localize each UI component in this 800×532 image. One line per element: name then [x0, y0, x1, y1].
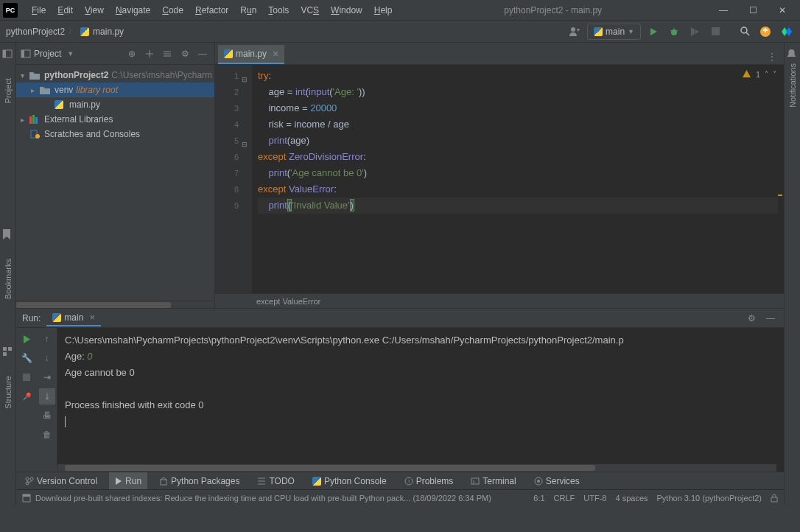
- up-trace-icon[interactable]: ↑: [39, 331, 55, 347]
- tabs-more-icon[interactable]: ⋮: [765, 49, 779, 64]
- structure-stripe-label[interactable]: Structure: [4, 373, 13, 412]
- menu-navigate[interactable]: Navigate: [110, 3, 155, 18]
- minimize-button[interactable]: —: [709, 0, 738, 21]
- python-packages-tab[interactable]: Python Packages: [153, 472, 245, 490]
- menu-refactor[interactable]: Refactor: [190, 3, 234, 18]
- status-window-icon[interactable]: [22, 494, 31, 503]
- tree-main-file[interactable]: main.py: [16, 97, 214, 112]
- code-with-me-icon[interactable]: [778, 24, 794, 40]
- menu-window[interactable]: Window: [326, 3, 368, 18]
- print-icon[interactable]: 🖶: [39, 407, 55, 424]
- project-panel-title: Project: [34, 49, 61, 59]
- expand-arrow-icon[interactable]: ▸: [21, 116, 29, 124]
- project-tool-icon[interactable]: [2, 49, 14, 60]
- maximize-button[interactable]: ☐: [738, 0, 768, 21]
- rerun-button[interactable]: [18, 331, 35, 347]
- breadcrumb-file[interactable]: main.py: [93, 27, 124, 37]
- stop-button[interactable]: [707, 24, 723, 40]
- chevron-up-icon[interactable]: ˄: [765, 70, 768, 78]
- tree-scrollbar[interactable]: [16, 301, 214, 308]
- modify-run-config-icon[interactable]: 🔧: [18, 350, 35, 366]
- hide-panel-icon[interactable]: —: [195, 46, 210, 61]
- menu-view[interactable]: View: [80, 3, 109, 18]
- fold-end-icon[interactable]: ⊟: [240, 136, 248, 144]
- run-console[interactable]: C:\Users\mshah\PycharmProjects\pythonPro…: [57, 328, 784, 472]
- debug-button[interactable]: [666, 24, 682, 40]
- line-separator[interactable]: CRLF: [554, 494, 575, 503]
- terminal-icon: [471, 477, 480, 486]
- tree-venv-folder[interactable]: ▸ venv library root: [16, 83, 214, 97]
- bookmarks-stripe-label[interactable]: Bookmarks: [4, 256, 13, 302]
- editor-tab-main[interactable]: main.py ×: [218, 45, 284, 64]
- run-settings-icon[interactable]: ⚙: [744, 311, 759, 326]
- services-tab[interactable]: Services: [528, 472, 586, 490]
- svg-rect-26: [161, 480, 166, 485]
- project-stripe-label[interactable]: Project: [4, 75, 13, 106]
- fold-icon[interactable]: ⊟: [240, 71, 248, 79]
- indent-setting[interactable]: 4 spaces: [615, 494, 648, 503]
- menu-help[interactable]: Help: [369, 3, 398, 18]
- problems-tab[interactable]: !Problems: [399, 472, 460, 490]
- status-message[interactable]: Download pre-built shared indexes: Reduc…: [35, 494, 491, 503]
- stop-run-button[interactable]: [18, 369, 35, 385]
- search-button[interactable]: [737, 24, 753, 40]
- svg-point-31: [537, 480, 540, 483]
- version-control-tab[interactable]: Version Control: [19, 472, 103, 490]
- tree-external-libraries[interactable]: ▸ External Libraries: [16, 112, 214, 127]
- hide-run-panel-icon[interactable]: —: [763, 311, 778, 326]
- breadcrumb-project[interactable]: pythonProject2: [6, 27, 65, 37]
- user-icon[interactable]: ▾: [566, 24, 583, 40]
- expand-all-icon[interactable]: [142, 46, 157, 61]
- svg-rect-14: [3, 352, 7, 356]
- expand-arrow-icon[interactable]: ▾: [21, 71, 29, 80]
- run-button[interactable]: [645, 24, 662, 40]
- menu-code[interactable]: Code: [157, 3, 189, 18]
- run-configuration-selector[interactable]: main ▼: [587, 24, 641, 40]
- inspection-widget[interactable]: 1 ˄ ˅: [742, 69, 776, 79]
- menu-edit[interactable]: Edit: [52, 3, 78, 18]
- close-button[interactable]: ✕: [768, 0, 797, 21]
- svg-rect-6: [712, 27, 720, 35]
- ide-update-icon[interactable]: [757, 24, 773, 40]
- svg-rect-22: [23, 374, 30, 381]
- bookmark-tool-icon[interactable]: [2, 229, 14, 241]
- python-file-icon: [224, 49, 233, 58]
- expand-arrow-icon[interactable]: ▸: [31, 86, 40, 94]
- tree-scratches[interactable]: Scratches and Consoles: [16, 127, 214, 141]
- pin-icon[interactable]: 📍: [18, 388, 35, 405]
- close-run-tab-icon[interactable]: ×: [89, 312, 95, 323]
- menu-vcs[interactable]: VCS: [295, 3, 324, 18]
- scroll-to-end-icon[interactable]: ⤓: [39, 388, 55, 405]
- notifications-stripe-label[interactable]: Notifications: [788, 60, 797, 111]
- editor-breadcrumb[interactable]: except ValueError: [215, 293, 784, 308]
- editor-marker-bar[interactable]: [776, 65, 784, 293]
- cursor-position[interactable]: 6:1: [533, 494, 544, 503]
- tree-project-root[interactable]: ▾ pythonProject2 C:\Users\mshah\Pycharm: [16, 68, 214, 83]
- code-editor[interactable]: 1⊟ 2 3 4 5⊟ 6 7 8 9 try: age = int(input…: [215, 65, 784, 293]
- menu-run[interactable]: Run: [235, 3, 262, 18]
- structure-tool-icon[interactable]: [2, 346, 14, 358]
- soft-wrap-icon[interactable]: ⇥: [39, 369, 55, 385]
- warning-marker[interactable]: [778, 195, 782, 196]
- file-encoding[interactable]: UTF-8: [583, 494, 606, 503]
- todo-tab[interactable]: TODO: [251, 472, 300, 490]
- dropdown-icon[interactable]: ▼: [67, 50, 74, 57]
- collapse-all-icon[interactable]: [160, 46, 175, 61]
- python-interpreter[interactable]: Python 3.10 (pythonProject2): [657, 494, 762, 503]
- editor-area: main.py × ⋮ 1⊟ 2 3 4 5⊟ 6 7 8: [215, 43, 784, 308]
- notifications-icon[interactable]: [787, 49, 799, 60]
- select-opened-file-icon[interactable]: ⊕: [124, 46, 139, 61]
- code-area[interactable]: try: age = int(input('Age: ')) income = …: [252, 65, 784, 293]
- panel-settings-icon[interactable]: ⚙: [178, 46, 192, 61]
- readonly-lock-icon[interactable]: [771, 494, 778, 503]
- run-tab-main[interactable]: main ×: [46, 310, 101, 326]
- terminal-tab[interactable]: Terminal: [465, 472, 522, 490]
- menu-tools[interactable]: Tools: [263, 3, 294, 18]
- close-tab-icon[interactable]: ×: [273, 48, 278, 60]
- clear-icon[interactable]: 🗑: [39, 427, 55, 443]
- run-tab[interactable]: Run: [109, 472, 147, 490]
- run-with-coverage-button[interactable]: [687, 24, 703, 40]
- python-console-tab[interactable]: Python Console: [306, 472, 393, 490]
- down-trace-icon[interactable]: ↓: [39, 350, 55, 366]
- menu-file[interactable]: File: [27, 3, 51, 18]
